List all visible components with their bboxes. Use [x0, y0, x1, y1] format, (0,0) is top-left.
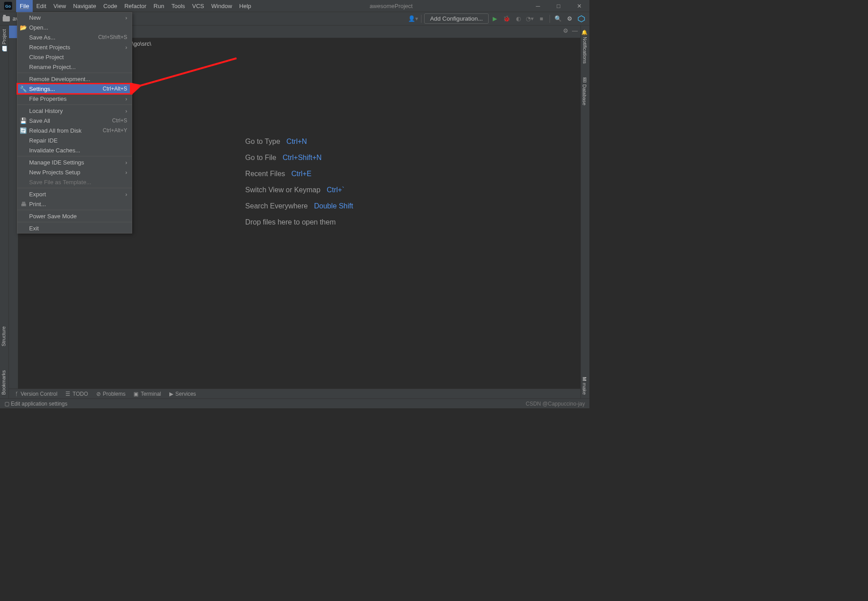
- search-icon[interactable]: 🔍: [553, 13, 563, 24]
- chevron-right-icon: ›: [125, 95, 127, 102]
- close-button[interactable]: ✕: [569, 0, 589, 12]
- tab-terminal[interactable]: ▣Terminal: [133, 391, 161, 397]
- add-configuration-button[interactable]: Add Configuration...: [424, 13, 489, 24]
- tab-make[interactable]: Mmake: [581, 374, 588, 398]
- file-menu-item-local-history[interactable]: Local History›: [17, 106, 132, 116]
- file-menu-item-open[interactable]: 📂Open...: [17, 22, 132, 32]
- menu-navigate[interactable]: Navigate: [69, 0, 99, 12]
- file-menu-item-repair-ide[interactable]: Repair IDE: [17, 135, 132, 145]
- path-breadcrumb[interactable]: \go\src\: [132, 40, 151, 47]
- left-gutter: 📄Project Structure Bookmarks: [0, 26, 9, 398]
- menu-item-label: Close Project: [29, 54, 64, 61]
- menu-item-label: Open...: [29, 24, 48, 31]
- file-menu-item-manage-ide-settings[interactable]: Manage IDE Settings›: [17, 157, 132, 167]
- file-menu-item-new[interactable]: New›: [17, 13, 132, 22]
- user-icon[interactable]: 👤▾: [408, 13, 418, 24]
- menu-item-label: Reload All from Disk: [29, 127, 82, 134]
- maximize-button[interactable]: □: [548, 0, 569, 12]
- menu-item-label: Remote Development...: [29, 76, 90, 82]
- jb-toolbox-icon[interactable]: [576, 13, 587, 24]
- status-bar: ▢ Edit application settings CSDN @Cappuc…: [0, 398, 589, 408]
- file-menu-item-new-projects-setup[interactable]: New Projects Setup›: [17, 167, 132, 177]
- hint-row: Recent FilesCtrl+E: [245, 170, 353, 178]
- hint-label: Go to Type: [245, 138, 280, 146]
- profile-icon[interactable]: ◔▾: [524, 13, 535, 24]
- menu-tools[interactable]: Tools: [168, 0, 189, 12]
- svg-text:Go: Go: [5, 4, 11, 9]
- file-menu-item-power-save-mode[interactable]: Power Save Mode: [17, 211, 132, 221]
- tab-services[interactable]: ▶Services: [169, 391, 196, 397]
- hint-shortcut: Ctrl+E: [292, 170, 312, 178]
- stop-icon[interactable]: ■: [536, 13, 547, 24]
- menu-edit[interactable]: Edit: [33, 0, 50, 12]
- drop-hint: Drop files here to open them: [245, 218, 353, 226]
- branch-icon: ᚶ: [15, 391, 18, 397]
- folder-icon: 📂: [20, 24, 26, 31]
- settings-gear-icon[interactable]: ⚙: [564, 13, 575, 24]
- tab-notifications[interactable]: 🔔Notifications: [581, 26, 589, 66]
- file-menu-item-close-project[interactable]: Close Project: [17, 52, 132, 62]
- menu-item-label: Save File as Template...: [29, 179, 91, 186]
- file-menu-item-print[interactable]: 🖶Print...: [17, 199, 132, 209]
- tool-gear-icon[interactable]: ⚙: [563, 27, 568, 34]
- tab-database[interactable]: 🗄Database: [581, 75, 588, 108]
- file-menu-item-invalidate-caches[interactable]: Invalidate Caches...: [17, 145, 132, 155]
- hint-shortcut: Double Shift: [314, 202, 353, 210]
- tab-version-control[interactable]: ᚶVersion Control: [15, 391, 57, 397]
- menu-item-shortcut: Ctrl+Alt+S: [103, 86, 127, 92]
- tab-bookmarks[interactable]: Bookmarks: [0, 368, 7, 398]
- menu-item-label: Settings...: [29, 86, 55, 92]
- project-tool-strip[interactable]: [9, 26, 18, 38]
- reload-icon: 🔄: [20, 127, 26, 134]
- file-menu-item-file-properties[interactable]: File Properties›: [17, 94, 132, 104]
- menu-code[interactable]: Code: [100, 0, 121, 12]
- menu-run[interactable]: Run: [150, 0, 168, 12]
- play-icon: ▶: [169, 391, 173, 397]
- file-menu-item-save-as[interactable]: Save As...Ctrl+Shift+S: [17, 32, 132, 42]
- hint-shortcut: Ctrl+N: [287, 138, 307, 146]
- menu-item-shortcut: Ctrl+Alt+Y: [103, 127, 127, 134]
- menu-item-label: New: [29, 14, 41, 21]
- tab-todo[interactable]: ☰TODO: [65, 391, 88, 397]
- warning-icon: ⊘: [96, 391, 101, 397]
- menu-item-label: Rename Project...: [29, 64, 76, 70]
- menu-item-label: Power Save Mode: [29, 213, 77, 220]
- menu-help[interactable]: Help: [236, 0, 255, 12]
- menu-item-shortcut: Ctrl+S: [112, 117, 127, 124]
- minimize-button[interactable]: ─: [528, 0, 548, 12]
- tab-project[interactable]: 📄Project: [0, 26, 8, 55]
- terminal-icon: ▣: [133, 391, 138, 397]
- file-menu-item-recent-projects[interactable]: Recent Projects›: [17, 42, 132, 52]
- menu-item-label: New Projects Setup: [29, 169, 80, 176]
- bottom-toolbar: ᚶVersion Control ☰TODO ⊘Problems ▣Termin…: [9, 389, 580, 398]
- chevron-right-icon: ›: [125, 44, 127, 51]
- menu-item-label: Local History: [29, 108, 63, 114]
- hint-row: Search EverywhereDouble Shift: [245, 202, 353, 210]
- hint-shortcut: Ctrl+Shift+N: [283, 154, 322, 162]
- tool-collapse-icon[interactable]: —: [572, 27, 578, 34]
- menu-refactor[interactable]: Refactor: [121, 0, 150, 12]
- run-icon[interactable]: ▶: [490, 13, 500, 24]
- menu-file[interactable]: File: [16, 0, 33, 12]
- file-menu-item-save-all[interactable]: 💾Save AllCtrl+S: [17, 116, 132, 125]
- file-menu-item-remote-development[interactable]: Remote Development...: [17, 74, 132, 84]
- menu-window[interactable]: Window: [208, 0, 236, 12]
- file-menu-item-rename-project[interactable]: Rename Project...: [17, 62, 132, 72]
- tab-problems[interactable]: ⊘Problems: [96, 391, 126, 397]
- coverage-icon[interactable]: ◐: [513, 13, 524, 24]
- hint-shortcut: Ctrl+`: [327, 186, 344, 194]
- file-menu-item-settings[interactable]: 🔧Settings...Ctrl+Alt+S: [17, 84, 132, 94]
- menu-view[interactable]: View: [50, 0, 69, 12]
- list-icon: ☰: [65, 391, 70, 397]
- file-menu-item-reload-all-from-disk[interactable]: 🔄Reload All from DiskCtrl+Alt+Y: [17, 125, 132, 135]
- wrench-icon: 🔧: [20, 86, 26, 92]
- menu-vcs[interactable]: VCS: [189, 0, 208, 12]
- file-menu-item-export[interactable]: Export›: [17, 189, 132, 199]
- hint-label: Search Everywhere: [245, 202, 308, 210]
- debug-icon[interactable]: 🐞: [501, 13, 512, 24]
- menu-item-label: Export: [29, 191, 46, 198]
- file-menu-item-exit[interactable]: Exit: [17, 223, 132, 233]
- watermark: CSDN @Cappuccino-jay: [526, 401, 585, 407]
- tab-structure[interactable]: Structure: [0, 324, 7, 349]
- app-icon: Go: [3, 0, 13, 11]
